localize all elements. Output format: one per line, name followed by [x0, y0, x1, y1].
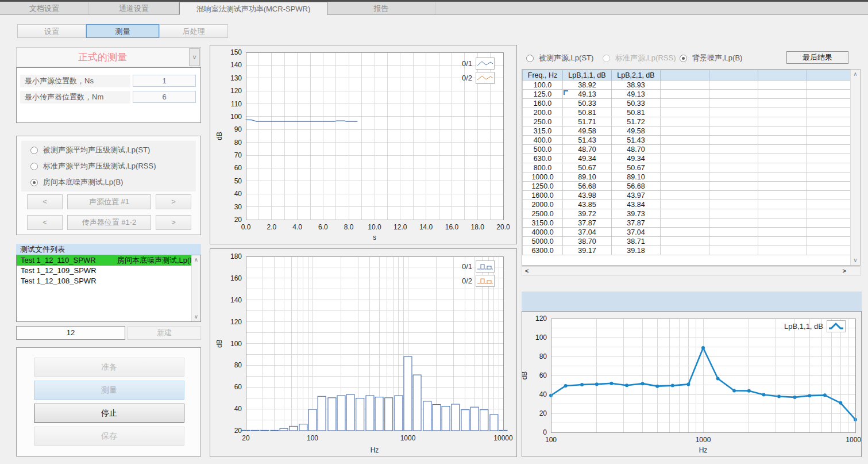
file-item-2[interactable]: Test 1_12_108_SPWR [17, 276, 200, 286]
table-cell[interactable]: 630.0 [523, 154, 563, 163]
table-cell[interactable] [661, 209, 709, 218]
table-cell[interactable] [661, 154, 709, 163]
table-cell[interactable]: 2000.0 [523, 200, 563, 209]
table-cell[interactable] [709, 228, 758, 237]
legend-bar-icon[interactable] [476, 275, 495, 287]
table-cell[interactable] [709, 99, 758, 108]
table-cell[interactable]: 43.85 [563, 200, 612, 209]
table-cell[interactable] [661, 237, 709, 246]
table-cell[interactable] [807, 136, 852, 145]
table-cell[interactable] [758, 126, 807, 136]
column-header[interactable]: LpB,1,1, dB [563, 70, 612, 80]
table-cell[interactable]: 49.13 [563, 90, 612, 99]
table-cell[interactable] [758, 237, 807, 246]
source-position-prev-button[interactable]: < [27, 194, 63, 209]
table-cell[interactable] [807, 90, 852, 99]
table-cell[interactable]: 49.34 [563, 154, 612, 163]
scroll-right-icon[interactable]: > [843, 267, 846, 275]
tab-report[interactable]: 报告 [327, 2, 435, 14]
table-cell[interactable] [758, 200, 807, 209]
ns-input[interactable]: 1 [133, 75, 196, 87]
table-cell[interactable] [709, 136, 758, 145]
table-cell[interactable] [709, 90, 758, 99]
file-item-1[interactable]: Test 1_12_109_SPWR [17, 266, 200, 276]
table-cell[interactable]: 5000.0 [523, 237, 563, 246]
table-cell[interactable] [758, 136, 807, 145]
table-cell[interactable]: 37.04 [612, 228, 661, 237]
table-cell[interactable] [661, 172, 709, 182]
scroll-left-icon[interactable]: < [525, 267, 528, 275]
column-header[interactable] [807, 70, 852, 80]
table-cell[interactable] [709, 246, 758, 255]
table-cell[interactable]: 43.97 [612, 191, 661, 200]
test-file-list[interactable]: Test 1_12_110_SPWR房间本底噪声测试,Lp(B)Test 1_1… [16, 255, 201, 322]
table-cell[interactable]: 37.87 [612, 218, 661, 228]
table-cell[interactable]: 400.0 [523, 136, 563, 145]
table-cell[interactable] [758, 246, 807, 255]
table-cell[interactable] [661, 200, 709, 209]
table-cell[interactable] [758, 228, 807, 237]
table-cell[interactable]: 39.72 [563, 209, 612, 218]
mic-position-next-button[interactable]: > [156, 215, 191, 230]
table-cell[interactable] [709, 108, 758, 117]
column-header[interactable] [758, 70, 807, 80]
final-result-button[interactable]: 最后结果 [786, 51, 848, 64]
table-cell[interactable]: 56.68 [563, 182, 612, 191]
legend-line-icon[interactable] [476, 57, 495, 70]
table-cell[interactable] [758, 209, 807, 218]
table-cell[interactable]: 49.58 [563, 126, 612, 136]
table-cell[interactable]: 43.84 [612, 200, 661, 209]
table-cell[interactable] [709, 218, 758, 228]
table-vertical-scrollbar[interactable]: ∧ ∨ [850, 70, 860, 265]
test-type-radio-0[interactable]: 被测声源平均声压级测试,Lp(ST) [30, 145, 150, 155]
table-cell[interactable]: 1250.0 [523, 182, 563, 191]
table-cell[interactable] [758, 191, 807, 200]
table-cell[interactable] [758, 145, 807, 154]
result-source-radio-2[interactable]: 背景噪声,Lp(B) [680, 53, 742, 63]
stop-button[interactable]: 停止 [34, 404, 184, 423]
column-header[interactable] [709, 70, 758, 80]
column-header[interactable]: Freq., Hz [523, 70, 563, 80]
table-cell[interactable]: 49.13 [612, 90, 661, 99]
table-cell[interactable]: 250.0 [523, 117, 563, 126]
table-cell[interactable] [661, 136, 709, 145]
result-source-radio-0[interactable]: 被测声源,Lp(ST) [526, 53, 593, 63]
table-cell[interactable]: 200.0 [523, 108, 563, 117]
table-cell[interactable]: 50.81 [612, 108, 661, 117]
table-cell[interactable]: 100.0 [523, 80, 563, 90]
legend-caret-icon[interactable] [827, 320, 846, 332]
table-cell[interactable] [807, 200, 852, 209]
table-cell[interactable] [709, 145, 758, 154]
scroll-up-icon[interactable]: ∧ [851, 70, 860, 78]
table-cell[interactable]: 38.70 [563, 237, 612, 246]
table-cell[interactable]: 39.73 [612, 209, 661, 218]
source-position-next-button[interactable]: > [156, 194, 191, 209]
scroll-up-icon[interactable]: ∧ [192, 256, 200, 264]
table-horizontal-scrollbar[interactable]: < > [522, 266, 861, 276]
table-cell[interactable]: 2500.0 [523, 209, 563, 218]
table-cell[interactable]: 500.0 [523, 145, 563, 154]
table-cell[interactable] [758, 99, 807, 108]
table-cell[interactable] [807, 99, 852, 108]
tab-mcr-spwr[interactable]: 混响室法测试声功率(MCR-SPWR) [179, 2, 327, 15]
table-cell[interactable] [758, 108, 807, 117]
table-cell[interactable]: 48.70 [612, 145, 661, 154]
table-cell[interactable] [709, 237, 758, 246]
table-cell[interactable]: 49.58 [612, 126, 661, 136]
table-cell[interactable] [807, 209, 852, 218]
table-cell[interactable]: 51.71 [563, 117, 612, 126]
table-cell[interactable] [661, 90, 709, 99]
mic-position-prev-button[interactable]: < [27, 215, 63, 230]
table-cell[interactable] [807, 163, 852, 172]
file-item-0[interactable]: Test 1_12_110_SPWR房间本底噪声测试,Lp(B) [17, 255, 200, 266]
table-cell[interactable]: 6300.0 [523, 246, 563, 255]
table-cell[interactable]: 50.67 [612, 163, 661, 172]
table-cell[interactable] [807, 246, 852, 255]
table-cell[interactable] [709, 191, 758, 200]
table-cell[interactable]: 51.43 [612, 136, 661, 145]
table-cell[interactable]: 89.10 [612, 172, 661, 182]
scroll-down-icon[interactable]: ∨ [192, 313, 200, 321]
table-cell[interactable] [807, 218, 852, 228]
table-cell[interactable] [661, 182, 709, 191]
table-cell[interactable] [709, 80, 758, 90]
